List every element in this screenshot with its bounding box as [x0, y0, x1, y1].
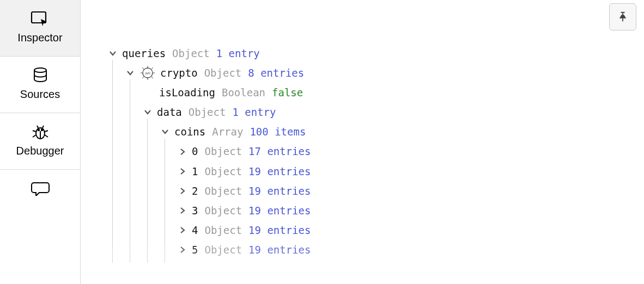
tree-key: data	[157, 102, 182, 122]
tree-entries: 19 entries	[248, 240, 311, 260]
chevron-right-icon[interactable]	[177, 224, 189, 236]
chevron-right-icon[interactable]	[177, 165, 189, 177]
tree-key: 1	[192, 162, 198, 181]
tree-key: queries	[122, 44, 166, 63]
svg-point-1	[34, 68, 46, 72]
tree-row-coin-3[interactable]: 3 Object 19 entries	[107, 201, 644, 220]
chevron-down-icon[interactable]	[159, 126, 171, 138]
tree-key: 5	[192, 240, 198, 260]
bug-icon	[31, 124, 50, 139]
sidebar-item-debugger[interactable]: Debugger	[0, 113, 80, 170]
tree-key: coins	[174, 122, 205, 141]
svg-line-14	[142, 77, 144, 78]
tree-entries: 19 entries	[248, 162, 311, 181]
tree-type: Object	[204, 181, 242, 201]
tree-type: Boolean	[222, 83, 265, 102]
tree-type: Object	[204, 240, 242, 260]
api-icon: API	[139, 65, 156, 81]
tree-row-crypto[interactable]: API crypto Object 8 entries	[107, 63, 644, 83]
tree-entries: 1 entry	[232, 102, 276, 122]
chevron-down-icon[interactable]	[142, 106, 154, 118]
tree-type: Object	[204, 63, 242, 83]
svg-point-4	[41, 129, 42, 131]
svg-line-13	[151, 67, 153, 69]
tree-type: Object	[204, 141, 242, 161]
chevron-right-icon[interactable]	[177, 146, 189, 158]
database-icon	[31, 67, 50, 83]
tree-entries: 19 entries	[248, 201, 311, 220]
chevron-right-icon[interactable]	[177, 185, 189, 197]
tree-key: crypto	[160, 63, 198, 83]
tree-key: 4	[192, 220, 198, 240]
tree-type: Object	[204, 162, 242, 181]
tree-row-coin-4[interactable]: 4 Object 19 entries	[107, 220, 644, 240]
tree-entries: 8 entries	[248, 63, 304, 83]
sidebar-label-sources: Sources	[20, 88, 60, 101]
tree-value: false	[272, 83, 303, 102]
sidebar-label-inspector: Inspector	[17, 32, 62, 44]
tree-entries: 17 entries	[248, 141, 311, 161]
tree-key: 0	[192, 141, 198, 161]
sidebar-item-inspector[interactable]: Inspector	[0, 0, 80, 57]
chevron-down-icon[interactable]	[124, 67, 136, 79]
tree-row-coin-1[interactable]: 1 Object 19 entries	[107, 162, 644, 181]
tree-entries: 19 entries	[248, 181, 311, 201]
tree-row-coin-0[interactable]: 0 Object 17 entries	[107, 141, 644, 161]
chevron-down-icon[interactable]	[107, 47, 119, 59]
svg-line-12	[151, 77, 153, 78]
chevron-right-icon[interactable]	[177, 205, 189, 217]
svg-text:API: API	[145, 72, 150, 75]
svg-point-3	[38, 129, 39, 131]
tree-type: Object	[204, 201, 242, 220]
object-tree: queries Object 1 entry API crypto Object…	[107, 44, 644, 260]
tree-row-coin-5[interactable]: 5 Object 19 entries	[107, 240, 644, 260]
tree-row-isloading[interactable]: isLoading Boolean false	[107, 83, 644, 102]
tree-row-coins[interactable]: coins Array 100 items	[107, 122, 644, 141]
sidebar: Inspector Sources Debugger	[0, 0, 81, 284]
sidebar-item-messages[interactable]	[0, 170, 80, 213]
tree-type: Object	[172, 44, 210, 63]
tree-type: Object	[204, 220, 242, 240]
sidebar-label-debugger: Debugger	[16, 145, 64, 157]
sidebar-item-sources[interactable]: Sources	[0, 57, 80, 113]
tree-type: Object	[189, 102, 226, 122]
inspector-icon	[31, 11, 50, 26]
tree-key: isLoading	[159, 83, 215, 102]
tree-entries: 1 entry	[216, 44, 260, 63]
tree-row-queries[interactable]: queries Object 1 entry	[107, 44, 644, 63]
svg-line-11	[142, 67, 144, 69]
tree-row-coin-2[interactable]: 2 Object 19 entries	[107, 181, 644, 201]
pin-button[interactable]	[609, 3, 636, 30]
tree-type: Array	[212, 122, 243, 141]
pin-icon	[617, 11, 629, 23]
chat-icon	[31, 181, 50, 196]
tree-entries: 19 entries	[248, 220, 311, 240]
inspector-main: queries Object 1 entry API crypto Object…	[81, 0, 644, 284]
tree-key: 2	[192, 181, 198, 201]
tree-row-data[interactable]: data Object 1 entry	[107, 102, 644, 122]
tree-key: 3	[192, 201, 198, 220]
tree-entries: 100 items	[250, 122, 306, 141]
chevron-right-icon[interactable]	[177, 244, 189, 256]
